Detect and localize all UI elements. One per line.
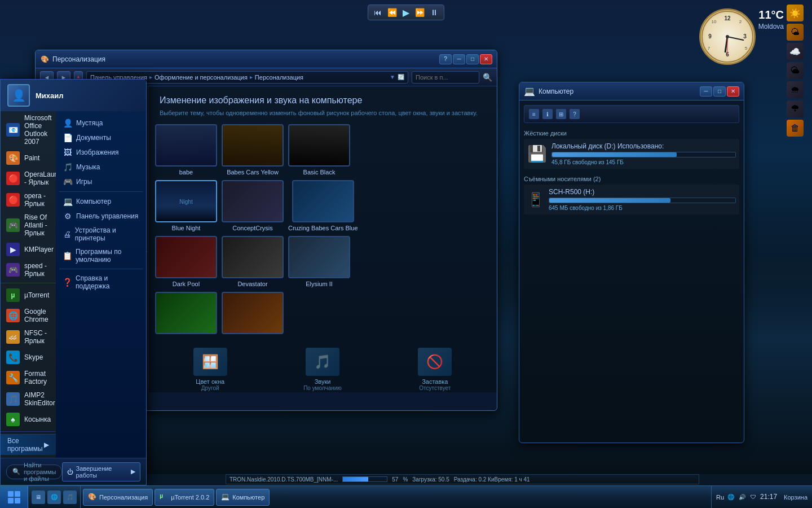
recycle-bin-tray[interactable]: Корзина — [784, 494, 807, 501]
weather-icon-6[interactable]: 🌩 — [787, 100, 804, 117]
play-btn[interactable]: ▶ — [401, 7, 411, 18]
minimize-btn[interactable]: ─ — [700, 86, 712, 97]
start-right-images[interactable]: 🖼 Изображения — [56, 145, 146, 160]
start-item-nfsc[interactable]: 🏎 NFSC - Ярлык — [1, 326, 56, 348]
sounds-item[interactable]: 🎵 Звуки По умолчанию — [270, 348, 375, 391]
theme-babe[interactable]: babe — [155, 124, 217, 176]
pers-maximize-btn[interactable]: □ — [466, 54, 479, 64]
toolbar-properties[interactable]: ℹ — [542, 109, 553, 119]
start-item-opera-launcher[interactable]: 🔴 OperaLauncher - Ярлык — [1, 168, 56, 189]
breadcrumb-appearance[interactable]: Оформление и персонализация — [155, 74, 248, 81]
search-input[interactable] — [412, 71, 479, 84]
torrent-percent: 57 — [392, 476, 398, 483]
tray-network-icon[interactable]: 🌐 — [726, 493, 735, 502]
theme-green[interactable] — [155, 292, 217, 336]
theme-devastator[interactable]: Devastator — [222, 236, 284, 287]
drive-d-item[interactable]: 💾 Локальный диск (D:) Использовано: 45,8… — [524, 139, 739, 169]
start-item-skype[interactable]: 📞 Skype — [1, 348, 56, 367]
weather-sun-icon[interactable]: ☀️ — [787, 5, 804, 21]
theme-babes-cars-yellow[interactable]: Babes Cars Yellow — [222, 124, 284, 176]
media-player-bar[interactable]: ⏮ ⏪ ▶ ⏩ ⏸ — [368, 5, 444, 20]
close-btn[interactable]: ✕ — [727, 86, 739, 97]
start-right-help[interactable]: ❓ Справка и поддержка — [56, 271, 146, 293]
toolbar-help[interactable]: ? — [570, 109, 580, 119]
desktop: ⏮ ⏪ ▶ ⏩ ⏸ 12 3 6 9 2 10 5 7 — [0, 0, 812, 508]
tray-volume-icon[interactable]: 🔊 — [738, 493, 747, 502]
search-icon[interactable]: 🔍 — [483, 73, 492, 82]
prev-btn[interactable]: ⏮ — [373, 8, 383, 17]
screensaver-item[interactable]: 🚫 Заставка Отсутствует — [382, 348, 488, 391]
theme-blue-night[interactable]: Night Blue Night — [155, 180, 217, 231]
theme-conceptcrysis[interactable]: ConceptCrysis — [222, 180, 284, 231]
ql-show-desktop[interactable]: 🖥 — [32, 491, 45, 504]
theme-elysium[interactable]: Elysium II — [288, 236, 350, 287]
start-separator-2 — [1, 431, 56, 432]
start-right-devices[interactable]: 🖨 Устройства и принтеры — [56, 224, 146, 245]
tray-update-icon[interactable]: 🛡 — [749, 493, 758, 502]
start-right-defaults[interactable]: 📋 Программы по умолчанию — [56, 245, 146, 266]
start-right-mustache[interactable]: 👤 Мустяца — [56, 116, 146, 130]
taskbar-utorrent-btn[interactable]: µ µTorrent 2.0.2 — [155, 489, 214, 506]
pers-minimize-btn[interactable]: ─ — [453, 54, 465, 64]
weather-icon-4[interactable]: 🌥 — [787, 62, 804, 79]
svg-text:5: 5 — [745, 46, 748, 51]
theme-cruzing[interactable]: Cruzing Babes Cars Blue — [288, 180, 358, 231]
rise-atlanti-label: Rise Of Atlanti - Ярлык — [24, 213, 50, 237]
theme-sunset[interactable] — [222, 292, 284, 336]
start-right-games[interactable]: 🎮 Игры — [56, 174, 146, 189]
start-item-utorrent[interactable]: µ µTorrent — [1, 286, 56, 305]
start-right-music[interactable]: 🎵 Музыка — [56, 160, 146, 174]
tray-ru-label[interactable]: Ru — [716, 494, 724, 501]
drive-d-free: 45,8 ГБ свободно из 145 ГБ — [551, 159, 736, 165]
start-item-format-factory[interactable]: 🔧 Format Factory — [1, 367, 56, 388]
weather-icon-3[interactable]: ☁️ — [787, 43, 804, 60]
start-item-speed[interactable]: 🎮 speed - Ярлык — [1, 259, 56, 281]
toolbar-views[interactable]: ⊞ — [556, 109, 566, 119]
window-color-item[interactable]: 🪟 Цвет окна Другой — [157, 348, 263, 391]
weather-icon-2[interactable]: 🌤 — [787, 24, 804, 41]
theme-devastator-name: Devastator — [237, 281, 267, 287]
start-item-aimp2[interactable]: 🎵 AIMP2 SkinEditor — [1, 388, 56, 410]
refresh-btn[interactable]: 🔄 — [398, 74, 404, 80]
drive-h-item[interactable]: 📱 SCH-R500 (H:) 645 МБ свободно из 1,86 … — [524, 185, 739, 214]
theme-basic-black[interactable]: Basic Black — [288, 124, 350, 176]
breadcrumb-personalization[interactable]: Персонализация — [255, 74, 303, 81]
start-button[interactable] — [0, 486, 28, 509]
recycle-bin-icon[interactable]: 🗑 — [787, 120, 804, 137]
taskbar-personalization-btn[interactable]: 🎨 Персонализация — [83, 489, 153, 506]
pers-close-btn[interactable]: ✕ — [480, 54, 492, 64]
theme-dark-pool[interactable]: Dark Pool — [155, 236, 217, 287]
rewind-btn[interactable]: ⏪ — [386, 8, 398, 17]
tray-clock[interactable]: 21:17 — [760, 493, 777, 502]
start-right-computer[interactable]: 💻 Компьютер — [56, 194, 146, 209]
maximize-btn[interactable]: □ — [713, 86, 726, 97]
chrome-label: Google Chrome — [24, 308, 50, 323]
search-bar[interactable]: 🔍 Найти программы и файлы — [6, 465, 62, 479]
start-item-opera[interactable]: 🔴 opera - Ярлык — [1, 189, 56, 211]
start-item-rise-atlanti[interactable]: 🎮 Rise Of Atlanti - Ярлык — [1, 211, 56, 240]
forward-btn[interactable]: ⏩ — [414, 8, 426, 17]
mustache-icon: 👤 — [63, 119, 73, 128]
theme-basic-black-name: Basic Black — [303, 169, 336, 176]
pers-subtitle: Выберите тему, чтобы одновременно измени… — [160, 109, 486, 117]
start-item-chrome[interactable]: 🌐 Google Chrome — [1, 305, 56, 326]
start-item-kosynka[interactable]: ♠ Косынка — [1, 410, 56, 429]
ql-ie[interactable]: 🌐 — [47, 491, 61, 504]
start-right-control-panel[interactable]: ⚙ Панель управления — [56, 209, 146, 224]
start-right-documents[interactable]: 📄 Документы — [56, 130, 146, 145]
theme-basic-black-thumbnail — [288, 124, 350, 167]
start-item-outlook[interactable]: 📧 Microsoft Office Outlook 2007 — [1, 111, 56, 148]
pause-btn[interactable]: ⏸ — [429, 8, 439, 17]
start-item-paint[interactable]: 🎨 Paint — [1, 148, 56, 168]
toolbar-organize[interactable]: ≡ — [529, 109, 539, 119]
pers-help-btn[interactable]: ? — [439, 54, 452, 64]
start-item-kmplayer[interactable]: ▶ KMPlayer — [1, 240, 56, 259]
all-programs-btn[interactable]: Все программы ▶ — [1, 434, 56, 455]
taskbar-computer-btn[interactable]: 💻 Компьютер — [216, 489, 270, 506]
weather-icon-5[interactable]: 🌧 — [787, 81, 804, 98]
torrent-percent-sign: % — [403, 476, 408, 483]
breadcrumb-dropdown[interactable]: ▼ — [390, 74, 395, 80]
shutdown-btn[interactable]: ⏻ Завершение работы ▶ — [62, 462, 140, 481]
quick-launch: 🖥 🌐 🎵 — [28, 486, 81, 508]
ql-media[interactable]: 🎵 — [63, 491, 77, 504]
